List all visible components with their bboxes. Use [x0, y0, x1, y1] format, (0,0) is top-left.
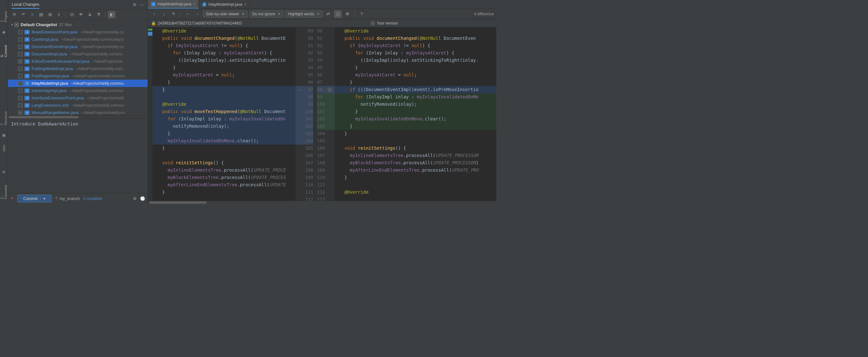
java-file-icon: J [25, 66, 30, 71]
diff-body: @Override public void documentChanged(@N… [148, 27, 496, 201]
difference-count: 4 difference [474, 12, 494, 16]
help-icon[interactable]: ? [358, 10, 366, 18]
changelist-checkbox[interactable]: − [14, 23, 19, 27]
file-name: DocumentImpl.java [31, 52, 67, 56]
amend-icon[interactable]: ✎ [10, 196, 14, 201]
close-icon[interactable]: × [193, 2, 195, 6]
rollback-icon[interactable]: ↶ [20, 11, 27, 19]
file-checkbox[interactable] [18, 103, 23, 108]
diff-horizontal-scrollbar[interactable] [148, 201, 496, 204]
file-checkbox[interactable] [18, 59, 23, 64]
tab-inlaymodel-2[interactable]: J InlayModelImpl.java × [199, 0, 250, 9]
editor-tabs: J InlayModelImpl.java × J InlayModelImpl… [148, 0, 496, 9]
file-path: ~/IdeaProjects/intellij-co [81, 110, 125, 115]
commit-button[interactable]: Commit ▼ [17, 195, 52, 203]
left-revision-label: 243961db4756272171eb067437d7e9784d144fd3 [158, 21, 242, 26]
file-row[interactable]: JFoldingModelImpl.java~/IdeaProjects/int… [8, 65, 148, 72]
settings-icon[interactable]: ⚙ [133, 196, 137, 201]
changelist-node[interactable]: ▼ − Default Changelist 37 files [8, 21, 148, 28]
java-file-icon: J [25, 89, 30, 93]
file-path: ~/IdeaProjects/intellij-commu [71, 81, 124, 86]
file-checkbox[interactable] [18, 30, 23, 34]
left-tool-strip: 1: Project ◆ 9: Commit 7: Structure ▣ np… [0, 0, 8, 204]
diff-settings-icon[interactable]: ⚙ [344, 10, 351, 18]
file-path: ~/IdeaProjects/intellij-commu [69, 52, 123, 56]
collapse-all-icon[interactable]: ⇈ [95, 11, 102, 19]
tool-favorites[interactable]: 2: Favorites [0, 181, 8, 199]
edit-icon[interactable]: ✎ [169, 10, 177, 18]
sync-scroll-icon[interactable]: ⇄ [324, 10, 332, 18]
right-pane[interactable]: @Override public void documentChanged(@N… [335, 27, 496, 201]
tool-structure[interactable]: 7: Structure [0, 108, 8, 125]
expand-icon[interactable]: ⊡ [68, 11, 76, 19]
file-path: ~/IdeaProjects/intellij-community/p [61, 37, 124, 42]
java-file-icon: J [25, 59, 30, 64]
layout-icon[interactable]: ◧ [108, 11, 116, 19]
file-checkbox[interactable] [18, 74, 23, 78]
file-checkbox[interactable] [18, 37, 23, 42]
ignore-whitespace-select[interactable]: Do not ignore▼ [249, 10, 283, 18]
file-checkbox[interactable] [18, 52, 23, 56]
expand-all-icon[interactable]: ⇊ [86, 11, 94, 19]
refresh-icon[interactable]: ⟳ [10, 11, 18, 19]
next-diff-icon[interactable]: ↓ [160, 10, 168, 18]
file-checkbox[interactable] [18, 81, 23, 86]
file-row[interactable]: JLangExtensions.xml~/IdeaProjects/intell… [8, 101, 148, 109]
file-path: ~/IdeaProjects/intellij-commu [71, 103, 124, 108]
file-row[interactable]: JFoldRegionImpl.java~/IdeaProjects/intel… [8, 72, 148, 80]
tool-project[interactable]: 1: Project [0, 8, 8, 22]
tab-inlaymodel-1[interactable]: J InlayModelImpl.java × [148, 0, 199, 9]
file-checkbox[interactable] [18, 89, 23, 93]
viewer-mode-select[interactable]: Side-by-side viewer▼ [203, 10, 248, 18]
shelve-icon[interactable]: ⊞ [46, 11, 54, 19]
file-name: BeanExtensionPoint.java [31, 30, 78, 34]
panel-title[interactable]: Local Changes [12, 2, 39, 9]
commit-dropdown-icon[interactable]: ▼ [40, 197, 46, 200]
file-row[interactable]: JInlayModelImpl.java~/IdeaProjects/intel… [8, 80, 148, 87]
npm-icon: ▣ [2, 133, 6, 138]
file-row[interactable]: JDocumentImpl.java~/IdeaProjects/intelli… [8, 50, 148, 58]
modified-count[interactable]: 3 modified [83, 196, 102, 201]
file-name: FoldingModelImpl.java [31, 66, 73, 71]
file-row[interactable]: JInlineInlayImpl.java~/IdeaProjects/inte… [8, 87, 148, 94]
java-file-icon: J [25, 96, 30, 100]
history-icon[interactable]: 🕓 [140, 196, 145, 201]
minimize-icon[interactable]: — [140, 2, 144, 7]
commit-message-input[interactable]: Introduce DumbAwareAction [8, 118, 148, 193]
file-row[interactable]: JDocumentEventImpl.java~/IdeaProjects/in… [8, 43, 148, 50]
branch-label[interactable]: ᛘ my_branch [55, 196, 80, 201]
java-file-icon: J [25, 44, 30, 49]
tool-npm[interactable]: npm [2, 145, 6, 152]
prev-diff-icon[interactable]: ↑ [151, 10, 158, 18]
group-icon[interactable]: ⫴ [55, 11, 63, 19]
star-icon: ★ [2, 170, 6, 174]
marker-strip[interactable] [148, 27, 152, 201]
file-name: LangExtensions.xml [31, 103, 68, 108]
file-row[interactable]: JEditorEventMulticasterImpl.java~/IdeaPr… [8, 58, 148, 65]
tool-commit[interactable]: 9: Commit [0, 42, 8, 57]
java-file-icon: J [25, 37, 30, 42]
file-checkbox[interactable] [18, 44, 23, 49]
file-row[interactable]: JCaretImpl.java~/IdeaProjects/intellij-c… [8, 36, 148, 43]
layout-toggle-icon[interactable]: ◫ [334, 10, 342, 18]
gear-icon[interactable]: ⚙ [133, 2, 136, 7]
changelist-icon[interactable]: ▤ [37, 11, 45, 19]
nav-back-icon[interactable]: ← [184, 10, 191, 18]
changes-tree[interactable]: ▼ − Default Changelist 37 files JBeanExt… [8, 20, 148, 115]
file-checkbox[interactable] [18, 96, 23, 100]
highlight-select[interactable]: Highlight words▼ [285, 10, 323, 18]
include-checkbox[interactable] [371, 21, 375, 25]
nav-forward-icon[interactable]: → [193, 10, 201, 18]
file-name: InterfaceExtensionPoint.java [31, 95, 84, 100]
tree-horizontal-scrollbar[interactable] [8, 115, 148, 118]
file-row[interactable]: JManualRangeMarker.java~/IdeaProjects/in… [8, 109, 148, 115]
file-checkbox[interactable] [18, 111, 23, 115]
file-name: InlineInlayImpl.java [31, 88, 67, 93]
diff-icon[interactable]: ⤭ [28, 11, 36, 19]
file-row[interactable]: JBeanExtensionPoint.java~/IdeaProjects/i… [8, 28, 148, 36]
file-row[interactable]: JInterfaceExtensionPoint.java~/IdeaProje… [8, 94, 148, 101]
file-checkbox[interactable] [18, 66, 23, 71]
left-pane[interactable]: @Override public void documentChanged(@N… [152, 27, 296, 201]
preview-icon[interactable]: 👁 [77, 11, 85, 19]
close-icon[interactable]: × [244, 2, 246, 7]
